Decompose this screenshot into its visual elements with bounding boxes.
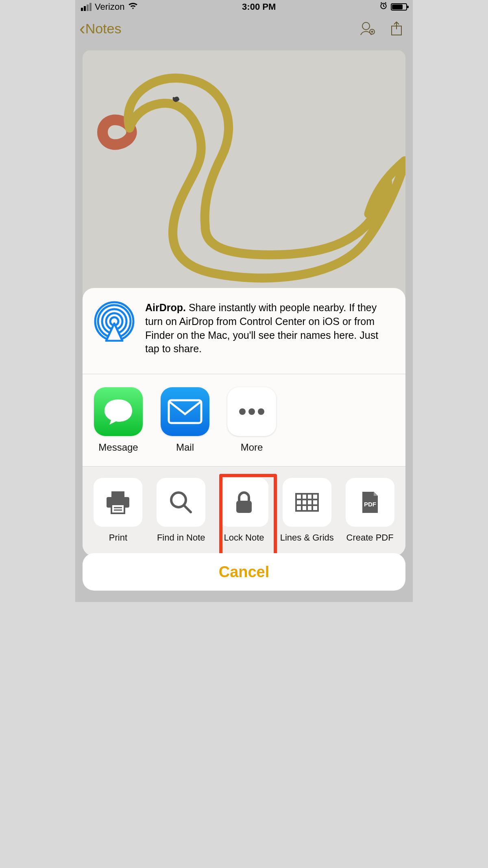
share-actions-row: Print Find in Note Lock Note Lines & G	[83, 467, 405, 556]
duck-sketch	[83, 50, 405, 303]
grid-icon	[283, 478, 331, 527]
share-app-message[interactable]: Message	[94, 387, 143, 453]
more-icon	[227, 387, 276, 436]
note-drawing-canvas	[83, 50, 405, 303]
airdrop-description: AirDrop. Share instantly with people nea…	[145, 301, 394, 356]
svg-rect-20	[236, 501, 252, 513]
alarm-icon	[379, 2, 388, 12]
action-create-pdf[interactable]: PDF Create PDF	[341, 478, 399, 543]
share-sheet: AirDrop. Share instantly with people nea…	[83, 288, 405, 556]
svg-text:PDF: PDF	[364, 501, 376, 508]
status-bar: Verizon 3:00 PM	[75, 0, 413, 14]
carrier-label: Verizon	[95, 2, 124, 12]
back-button[interactable]: ‹ Notes	[79, 18, 121, 39]
action-lock-note[interactable]: Lock Note	[215, 478, 273, 543]
nav-bar: ‹ Notes	[75, 14, 413, 46]
svg-rect-9	[169, 400, 201, 423]
battery-icon	[391, 3, 407, 11]
back-label: Notes	[85, 21, 122, 37]
action-print[interactable]: Print	[89, 478, 147, 543]
share-button[interactable]	[388, 20, 405, 37]
share-app-mail[interactable]: Mail	[161, 387, 209, 453]
chevron-left-icon: ‹	[79, 18, 85, 39]
message-icon	[94, 387, 143, 436]
svg-rect-13	[111, 491, 124, 497]
wifi-icon	[128, 2, 138, 12]
airdrop-icon	[94, 301, 135, 342]
add-people-button[interactable]	[358, 20, 376, 37]
svg-point-1	[362, 22, 370, 30]
action-find-in-note[interactable]: Find in Note	[152, 478, 210, 543]
cellular-signal-icon	[81, 3, 92, 11]
airdrop-section[interactable]: AirDrop. Share instantly with people nea…	[83, 288, 405, 374]
svg-point-10	[239, 408, 246, 415]
cancel-button[interactable]: Cancel	[83, 553, 405, 591]
pdf-icon: PDF	[346, 478, 394, 527]
share-app-more[interactable]: More	[227, 387, 276, 453]
action-lines-grids[interactable]: Lines & Grids	[278, 478, 336, 543]
svg-rect-15	[111, 504, 124, 513]
clock: 3:00 PM	[242, 2, 276, 12]
phone-screen: Verizon 3:00 PM ‹ Notes	[75, 0, 413, 602]
search-icon	[157, 478, 205, 527]
share-apps-row: Message Mail More	[83, 374, 405, 467]
svg-point-12	[258, 408, 264, 415]
svg-line-19	[184, 506, 191, 512]
printer-icon	[94, 478, 142, 527]
lock-icon	[220, 478, 268, 527]
svg-point-11	[248, 408, 255, 415]
mail-icon	[161, 387, 209, 436]
